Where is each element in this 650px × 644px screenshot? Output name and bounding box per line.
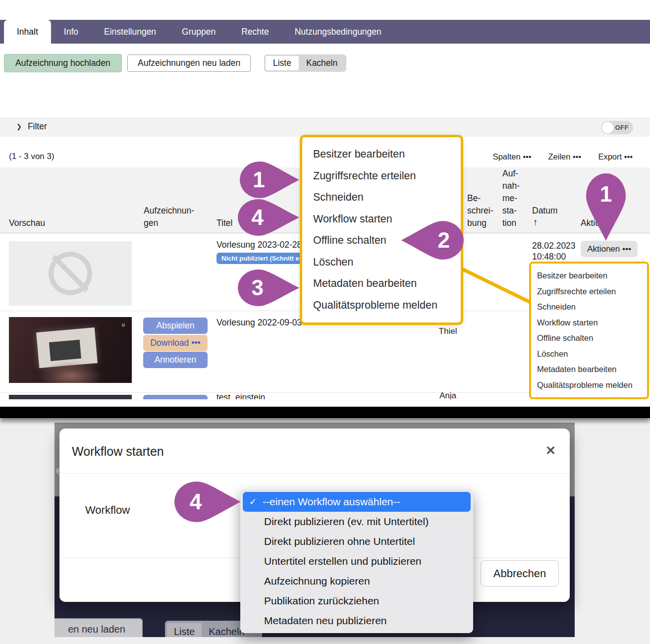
col-header-line: me-: [502, 192, 520, 205]
no-preview-icon: [49, 252, 92, 295]
col-header-line: gen: [144, 217, 194, 229]
annotation-marker-3: 3: [238, 269, 299, 306]
dimmed-reload-button: en neu laden: [54, 618, 143, 637]
row-2-title[interactable]: Vorlesung 2022-09-03: [217, 318, 302, 328]
dropdown-option[interactable]: Direkt publizieren ohne Untertitel: [243, 532, 471, 551]
menu-item-metadaten-bearbeiten[interactable]: Metadaten bearbeiten: [313, 277, 450, 290]
col-header-line: Aufzeichnun-: [144, 205, 194, 217]
toggle-knob-icon: [602, 122, 613, 133]
col-header-line: Be-: [467, 192, 493, 205]
export-menu[interactable]: Export •••: [598, 152, 633, 161]
tab-nutzungsbedingungen[interactable]: Nutzungsbedingungen: [282, 20, 394, 44]
result-count: (1 - 3 von 3): [9, 152, 54, 161]
workflow-dialog-screenshot: e en neu laden Liste Kacheln Workflow st…: [0, 418, 650, 644]
upload-recording-button[interactable]: Aufzeichnung hochladen: [4, 54, 122, 72]
row-3-owner: Anja: [433, 391, 463, 399]
sort-asc-icon[interactable]: ↑: [533, 217, 538, 228]
menu-item-schneiden[interactable]: Schneiden: [313, 191, 450, 204]
dropdown-option-selected[interactable]: ✓ --einen Workflow auswählen--: [243, 492, 471, 512]
table-tools: Spalten ••• Zeilen ••• Export •••: [493, 152, 633, 161]
dropdown-option[interactable]: Untertitel erstellen und publizieren: [243, 551, 471, 571]
modal-header-divider: [59, 473, 570, 474]
menu-item-loeschen[interactable]: Löschen: [537, 349, 641, 359]
menu-item-schneiden[interactable]: Schneiden: [537, 302, 641, 312]
tab-einstellungen[interactable]: Einstellungen: [91, 20, 169, 44]
row-2-download-button[interactable]: Download •••: [143, 335, 208, 351]
columns-menu[interactable]: Spalten •••: [493, 152, 532, 161]
actions-dropdown-menu: Besitzer bearbeiten Zugriffsrechte ertei…: [529, 262, 649, 399]
filter-expander[interactable]: ❯ Filter: [16, 121, 47, 132]
workflow-field-label: Workflow: [85, 504, 130, 517]
menu-item-metadaten-bearbeiten[interactable]: Metadaten bearbeiten: [537, 365, 641, 374]
menu-item-zugriffsrechte-erteilen[interactable]: Zugriffsrechte erteilen: [313, 170, 450, 182]
check-icon: ✓: [249, 496, 257, 507]
cancel-button[interactable]: Abbrechen: [481, 560, 559, 587]
row-1-title[interactable]: Vorlesung 2023-02-28: [217, 240, 302, 250]
col-header-line: schrei-: [467, 205, 493, 217]
toggle-state-label: OFF: [615, 124, 629, 131]
dropdown-option[interactable]: Metadaten neu publizieren: [243, 611, 471, 631]
table-row-3-thumbnail[interactable]: [9, 395, 132, 399]
menu-connector-line: [460, 267, 533, 305]
col-header-datum: Datum: [532, 205, 558, 217]
col-header-line: nah-: [502, 180, 520, 192]
close-icon[interactable]: ✕: [545, 443, 556, 458]
dropdown-option[interactable]: Direkt publizieren (ev. mit Untertitel): [243, 512, 471, 532]
row-1-date-line2: 10:48:00: [532, 252, 566, 262]
col-header-line: bung: [467, 217, 493, 229]
filter-bar: [0, 118, 650, 137]
row-1-status-badge: Nicht publiziert (Schnitt erfo: [217, 253, 313, 264]
row-3-title[interactable]: test_einstein: [217, 392, 265, 399]
tab-bar: Inhalt Info Einstellungen Gruppen Rechte…: [0, 20, 650, 44]
row-2-annotate-button[interactable]: Annotieren: [143, 352, 208, 368]
annotation-marker-1-actions: 1: [586, 173, 626, 241]
rows-menu[interactable]: Zeilen •••: [548, 152, 582, 161]
menu-item-qualitaetsprobleme-melden[interactable]: Qualitätsprobleme melden: [313, 299, 450, 312]
content-page: Inhalt Info Einstellungen Gruppen Rechte…: [0, 0, 650, 399]
row-1-actions-button[interactable]: Aktionen •••: [581, 241, 638, 257]
table-row-2-thumbnail[interactable]: u: [9, 317, 132, 383]
screen: Inhalt Info Einstellungen Gruppen Rechte…: [0, 0, 650, 644]
dropdown-selected-label: --einen Workflow auswählen--: [263, 496, 400, 508]
reload-recordings-button[interactable]: Aufzeichnungen neu laden: [127, 54, 251, 72]
col-header-beschreibung: Be- schrei- bung: [467, 192, 493, 229]
col-header-aufzeichnungen: Aufzeichnun- gen: [144, 205, 194, 229]
dropdown-option[interactable]: Publikation zurückziehen: [243, 591, 471, 611]
section-divider: [0, 407, 650, 418]
col-header-aufnahmestation: Auf- nah- me- sta- tion: [502, 167, 520, 229]
row-2-owner-line2: Thiel: [433, 326, 463, 336]
annotation-marker-2: 2: [401, 221, 464, 260]
row-3-play-button[interactable]: [143, 395, 208, 399]
menu-item-zugriffsrechte-erteilen[interactable]: Zugriffsrechte erteilen: [537, 287, 641, 296]
view-list-option[interactable]: Liste: [266, 56, 299, 70]
university-logo: u: [122, 321, 125, 328]
tab-info[interactable]: Info: [51, 20, 91, 44]
chevron-right-icon: ❯: [16, 123, 22, 130]
menu-item-qualitaetsprobleme-melden[interactable]: Qualitätsprobleme melden: [537, 380, 641, 390]
dropdown-option[interactable]: Aufzeichnung kopieren: [243, 571, 471, 591]
view-switcher: Liste Kacheln: [264, 54, 346, 72]
menu-item-besitzer-bearbeiten[interactable]: Besitzer bearbeiten: [313, 148, 450, 161]
modal-title: Workflow starten: [72, 444, 164, 459]
annotation-marker-4-modal: 4: [174, 482, 241, 522]
filter-label: Filter: [28, 121, 47, 132]
col-header-titel: Titel: [217, 217, 232, 229]
view-tiles-option[interactable]: Kacheln: [299, 56, 345, 70]
menu-item-besitzer-bearbeiten[interactable]: Besitzer bearbeiten: [537, 271, 641, 280]
menu-item-offline-schalten[interactable]: Offline schalten: [537, 333, 641, 343]
dimmed-view-list: Liste: [167, 623, 202, 637]
table-row-1-thumbnail[interactable]: [9, 241, 132, 306]
annotation-marker-1: 1: [240, 161, 299, 198]
col-header-line: Auf-: [502, 167, 520, 180]
hand-image: [39, 361, 103, 383]
menu-item-workflow-starten[interactable]: Workflow starten: [537, 318, 641, 327]
filter-toggle[interactable]: OFF: [601, 121, 633, 134]
tab-gruppen[interactable]: Gruppen: [169, 20, 228, 44]
row-2-play-button[interactable]: Abspielen: [143, 318, 208, 334]
col-header-vorschau: Vorschau: [9, 217, 45, 229]
tab-rechte[interactable]: Rechte: [228, 20, 281, 44]
col-header-line: tion: [502, 217, 520, 229]
annotation-marker-4: 4: [238, 199, 299, 236]
row-1-date-line1: 28.02.2023: [532, 241, 576, 251]
tab-inhalt[interactable]: Inhalt: [4, 20, 51, 44]
